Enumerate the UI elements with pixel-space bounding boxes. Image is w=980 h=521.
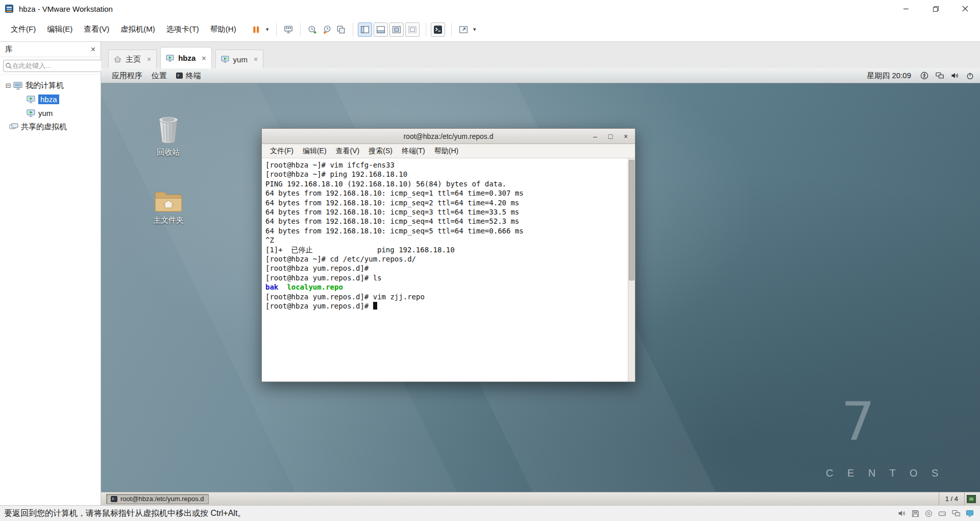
sidebar-item-shared-vms[interactable]: 共享的虚拟机	[0, 120, 101, 134]
fullscreen-icon	[459, 25, 468, 34]
tree-item-label: 我的计算机	[26, 81, 64, 90]
terminal-scrollbar[interactable]	[628, 158, 635, 382]
take-snapshot-button[interactable]	[305, 22, 320, 37]
terminal-ls-output: baklocalyum.repo	[265, 282, 626, 292]
menu-view[interactable]: 查看(V)	[78, 20, 115, 38]
vm-running-icon	[166, 55, 174, 62]
fullscreen-dropdown[interactable]: ▾	[471, 22, 479, 37]
free-stretch-button[interactable]	[405, 22, 420, 37]
fit-guest-button[interactable]	[389, 22, 404, 37]
menu-vm[interactable]: 虚拟机(M)	[115, 20, 161, 38]
taskbar-window-label: root@hbza:/etc/yum.repos.d	[120, 495, 204, 503]
centos-watermark-brand: C E N T O S	[826, 467, 944, 479]
menu-file[interactable]: 文件(F)	[5, 20, 41, 38]
pause-button[interactable]	[249, 22, 263, 37]
terminal-scrollbar-thumb[interactable]	[629, 160, 634, 280]
show-thumbnail-bar-button[interactable]	[374, 22, 388, 37]
tab-home[interactable]: 主页 ×	[108, 50, 157, 68]
restore-button[interactable]	[921, 0, 950, 17]
terminal-menu-file[interactable]: 文件(F)	[266, 145, 298, 158]
library-sidebar: 库 × ⊟ 我的计算机	[0, 42, 101, 505]
toolbar-separator	[451, 23, 452, 36]
terminal-menubar: 文件(F) 编辑(E) 查看(V) 搜索(S) 终端(T) 帮助(H)	[262, 144, 635, 158]
revert-snapshot-button[interactable]	[320, 22, 334, 37]
panel-applications-menu[interactable]: 应用程序	[107, 69, 147, 83]
sidebar-item-yum[interactable]: yum	[0, 106, 101, 120]
terminal-minimize-icon[interactable]: –	[590, 132, 600, 140]
tab-close-icon[interactable]: ×	[202, 54, 206, 62]
tab-hbza[interactable]: hbza ×	[160, 47, 211, 68]
panel-terminal-menu[interactable]: 终端	[172, 69, 206, 83]
library-close-icon[interactable]: ×	[91, 45, 95, 54]
menu-edit[interactable]: 编辑(E)	[41, 20, 78, 38]
ls-file: localyum.repo	[287, 283, 343, 291]
display-icon[interactable]	[966, 510, 974, 517]
panel-terminal-label: 终端	[186, 71, 201, 81]
window-title: hbza - VMware Workstation	[19, 5, 113, 13]
vm-desktop[interactable]: 回收站 主文件夹 7 C E N T O S root@hbza:/etc/yu…	[101, 83, 980, 492]
console-view-button[interactable]	[431, 22, 445, 37]
search-input[interactable]	[12, 62, 102, 69]
taskbar-window-button[interactable]: root@hbza:/etc/yum.repos.d	[106, 494, 209, 504]
workspace-pager-thumbnail[interactable]	[967, 495, 976, 503]
manage-snapshots-button[interactable]	[334, 22, 348, 37]
search-box[interactable]	[3, 60, 109, 72]
terminal-menu-search[interactable]: 搜索(S)	[364, 145, 397, 158]
tab-close-icon[interactable]: ×	[147, 55, 151, 63]
terminal-menu-edit[interactable]: 编辑(E)	[299, 145, 331, 158]
network-icon[interactable]	[936, 72, 944, 79]
tab-label: yum	[233, 55, 248, 64]
close-button[interactable]	[950, 0, 980, 17]
terminal-window: root@hbza:/etc/yum.repos.d – □ × 文件(F) 编…	[261, 128, 635, 382]
library-search-row	[0, 57, 101, 75]
home-icon	[114, 56, 121, 63]
toolbar-separator	[276, 23, 277, 36]
send-ctrl-alt-del-button[interactable]	[281, 22, 296, 37]
show-library-button[interactable]	[358, 22, 372, 37]
minimize-button[interactable]	[891, 0, 921, 17]
power-icon[interactable]	[966, 72, 974, 80]
terminal-title: root@hbza:/etc/yum.repos.d	[262, 132, 635, 140]
tab-close-icon[interactable]: ×	[254, 55, 258, 63]
terminal-close-icon[interactable]: ×	[621, 132, 631, 140]
manage-snapshots-icon	[336, 25, 346, 34]
terminal-titlebar[interactable]: root@hbza:/etc/yum.repos.d – □ ×	[262, 129, 635, 144]
pause-dropdown[interactable]: ▾	[263, 22, 272, 37]
terminal-lines-top: [root@hbza ~]# vim ifcfg-ens33 [root@hbz…	[265, 160, 626, 282]
home-folder-icon	[154, 189, 183, 213]
gnome-taskbar: root@hbza:/etc/yum.repos.d 1 / 4	[101, 492, 980, 505]
terminal-maximize-icon[interactable]: □	[605, 132, 616, 140]
floppy-icon[interactable]	[912, 510, 919, 517]
hard-disk-icon[interactable]	[938, 510, 946, 517]
panel-clock[interactable]: 星期四 20:09	[865, 71, 913, 81]
accessibility-icon[interactable]	[920, 72, 928, 80]
terminal-menu-help[interactable]: 帮助(H)	[430, 145, 462, 158]
desktop-icon-label: 主文件夹	[153, 216, 184, 224]
vmware-menubar: 文件(F) 编辑(E) 查看(V) 虚拟机(M) 选项卡(T) 帮助(H) ▾	[0, 17, 980, 42]
window-controls	[891, 0, 980, 17]
terminal-output[interactable]: [root@hbza ~]# vim ifcfg-ens33 [root@hbz…	[262, 158, 635, 382]
workspace-indicator[interactable]: 1 / 4	[939, 492, 965, 505]
menu-tabs[interactable]: 选项卡(T)	[161, 20, 205, 38]
show-library-icon	[360, 25, 370, 34]
tree-item-label: hbza	[38, 94, 59, 104]
cd-rom-icon[interactable]	[925, 510, 933, 517]
tab-label: hbza	[178, 54, 195, 62]
terminal-menu-view[interactable]: 查看(V)	[332, 145, 364, 158]
trash-icon	[155, 113, 182, 145]
desktop-icon-home-folder[interactable]: 主文件夹	[146, 189, 191, 225]
network-adapter-icon[interactable]	[952, 510, 960, 517]
fullscreen-button[interactable]	[456, 22, 471, 37]
menu-help[interactable]: 帮助(H)	[205, 20, 242, 38]
desktop-icon-trash[interactable]: 回收站	[146, 113, 191, 157]
sound-card-icon[interactable]	[898, 510, 906, 517]
tab-yum[interactable]: yum ×	[215, 50, 264, 68]
sidebar-item-hbza[interactable]: hbza	[0, 92, 101, 106]
tree-expander-icon[interactable]: ⊟	[4, 82, 12, 89]
terminal-menu-terminal[interactable]: 终端(T)	[398, 145, 429, 158]
volume-icon[interactable]	[951, 72, 959, 79]
sidebar-item-my-computer[interactable]: ⊟ 我的计算机	[0, 79, 101, 92]
panel-places-menu[interactable]: 位置	[147, 69, 172, 83]
vm-console[interactable]: 应用程序 位置 终端 星期四 20:09	[101, 68, 980, 505]
tab-label: 主页	[126, 55, 141, 64]
